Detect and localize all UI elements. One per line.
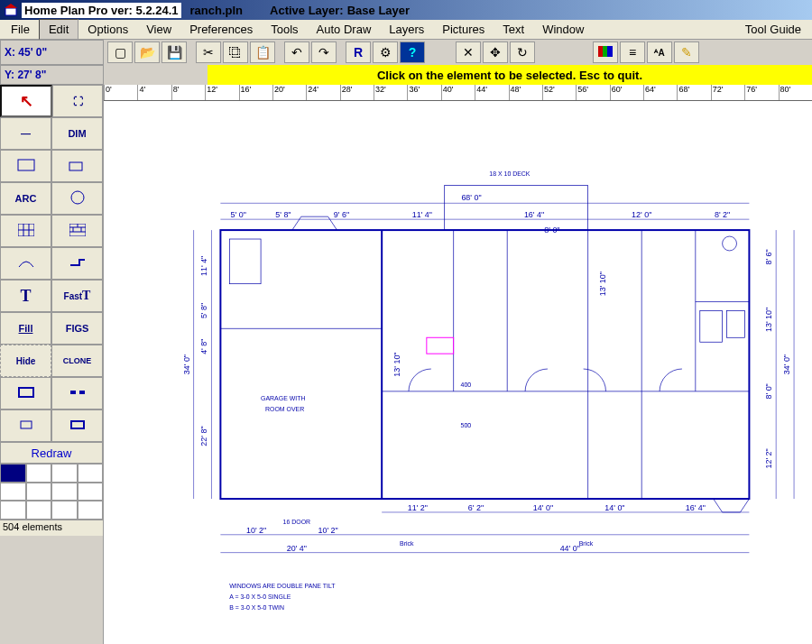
- main-toolbar: ▢ 📂 💾 ✂ ⿻ 📋 ↶ ↷ R ⚙ ? ✕ ✥ ↻ ≡ ᴬA ✎: [104, 40, 812, 65]
- menu-toolguide[interactable]: Tool Guide: [736, 20, 810, 39]
- color-swatch[interactable]: [51, 501, 78, 520]
- cut-button[interactable]: ✂: [196, 41, 221, 63]
- menu-edit[interactable]: Edit: [39, 19, 78, 40]
- tool-button[interactable]: ⚙: [373, 41, 398, 63]
- color-palette: [0, 464, 103, 520]
- svg-text:68' 0": 68' 0": [461, 193, 481, 202]
- help-button[interactable]: ?: [400, 41, 425, 63]
- color-swatch[interactable]: [78, 464, 104, 483]
- color-swatch[interactable]: [51, 483, 78, 501]
- menu-text[interactable]: Text: [494, 20, 533, 39]
- dim-tool[interactable]: DIM: [51, 117, 103, 150]
- color-swatch[interactable]: [0, 464, 26, 483]
- lineweight-button[interactable]: ≡: [620, 41, 645, 63]
- new-button[interactable]: ▢: [107, 41, 133, 63]
- paste-icon: 📋: [255, 45, 271, 60]
- menu-tools[interactable]: Tools: [262, 20, 307, 39]
- svg-text:6' 2": 6' 2": [468, 503, 484, 512]
- svg-rect-21: [21, 421, 32, 428]
- menu-preferences[interactable]: Preferences: [180, 20, 262, 39]
- svg-rect-39: [700, 310, 723, 342]
- clone-tool[interactable]: CLONE: [51, 345, 103, 377]
- menu-window[interactable]: Window: [533, 20, 593, 39]
- undo-button[interactable]: ↶: [284, 41, 309, 63]
- redo-button[interactable]: ↷: [311, 41, 337, 63]
- app-title: Home Plan Pro ver: 5.2.24.1: [22, 3, 181, 18]
- svg-text:13' 10": 13' 10": [598, 271, 607, 296]
- menu-file[interactable]: File: [2, 20, 39, 39]
- svg-rect-5: [18, 160, 34, 170]
- color-swatch[interactable]: [0, 501, 26, 520]
- menu-view[interactable]: View: [137, 20, 180, 39]
- svg-rect-19: [70, 391, 76, 394]
- color-swatch[interactable]: [51, 464, 78, 483]
- color-swatch[interactable]: [0, 483, 26, 501]
- select-tool[interactable]: ⛶: [52, 85, 103, 117]
- color-swatch[interactable]: [26, 464, 52, 483]
- rotate-button[interactable]: ↻: [510, 41, 535, 63]
- refresh-button[interactable]: R: [346, 41, 371, 63]
- textstyle-button[interactable]: ᴬA: [647, 41, 672, 63]
- ruler-tick: 12': [205, 85, 238, 100]
- save-button[interactable]: 💾: [161, 41, 187, 63]
- wall-tool[interactable]: [51, 247, 103, 280]
- tool-palette: ↖ ⛶ — DIM ARC T FastT Fill FIGS: [0, 85, 104, 644]
- fill-tool[interactable]: Fill: [0, 312, 51, 345]
- svg-text:16' 4": 16' 4": [524, 210, 544, 219]
- text-tool[interactable]: T: [0, 280, 51, 312]
- ruler-tick: 24': [306, 85, 339, 100]
- pattern1-tool[interactable]: [0, 215, 51, 247]
- svg-text:34' 0": 34' 0": [182, 354, 191, 374]
- move-button[interactable]: ✥: [483, 41, 508, 63]
- outline-tool[interactable]: [51, 409, 103, 442]
- wallfull-tool[interactable]: [0, 377, 51, 409]
- menu-layers[interactable]: Layers: [380, 20, 433, 39]
- lineweight-icon: ≡: [629, 45, 636, 60]
- ruler-tick: 48': [509, 85, 542, 100]
- window-icon: [17, 419, 35, 433]
- copy-button[interactable]: ⿻: [223, 41, 248, 63]
- line-tool[interactable]: —: [0, 117, 51, 150]
- highlight-button[interactable]: ✎: [674, 41, 699, 63]
- cut-icon: ✂: [203, 45, 214, 60]
- delete-button[interactable]: ✕: [456, 41, 481, 63]
- svg-text:8' 2": 8' 2": [715, 210, 730, 219]
- menu-pictures[interactable]: Pictures: [433, 20, 494, 39]
- outline-icon: [69, 419, 87, 433]
- color-swatch[interactable]: [78, 501, 104, 520]
- hide-tool[interactable]: Hide: [0, 345, 51, 377]
- undo-icon: ↶: [291, 45, 302, 60]
- svg-text:GARAGE WITH: GARAGE WITH: [261, 395, 305, 401]
- area-tool[interactable]: FIGS: [51, 312, 103, 345]
- color-swatch[interactable]: [26, 483, 52, 501]
- curve-tool[interactable]: [0, 247, 51, 280]
- colors-button[interactable]: [593, 41, 618, 63]
- window-tool[interactable]: [0, 409, 51, 442]
- svg-text:44' 0": 44' 0": [560, 544, 580, 553]
- door-tool[interactable]: [51, 150, 103, 182]
- open-button[interactable]: 📂: [134, 41, 160, 63]
- line-icon: —: [21, 128, 31, 139]
- ruler-tick: 20': [272, 85, 306, 100]
- color-swatch[interactable]: [78, 483, 104, 501]
- svg-text:B = 3-0 X 5-0 TWIN: B = 3-0 X 5-0 TWIN: [229, 604, 284, 611]
- drawing-canvas[interactable]: 0' 4' 8' 12' 16' 20' 24' 28' 32' 36' 40'…: [104, 85, 812, 644]
- ruler-tick: 64': [643, 85, 677, 100]
- circle-tool[interactable]: [51, 182, 103, 215]
- paste-button[interactable]: 📋: [250, 41, 275, 63]
- arc-tool[interactable]: ARC: [0, 182, 51, 215]
- pattern2-tool[interactable]: [51, 215, 103, 247]
- arrow-icon: ↖: [20, 91, 33, 111]
- svg-point-41: [723, 236, 737, 251]
- svg-text:16' 4": 16' 4": [686, 503, 706, 512]
- svg-text:12' 0": 12' 0": [632, 210, 651, 219]
- arrow-tool[interactable]: ↖: [0, 85, 52, 117]
- ruler-tick: 36': [407, 85, 440, 100]
- menu-autodraw[interactable]: Auto Draw: [308, 20, 381, 39]
- fasttext-tool[interactable]: FastT: [51, 280, 103, 312]
- menu-options[interactable]: Options: [78, 20, 137, 39]
- color-swatch[interactable]: [26, 501, 52, 520]
- break-tool[interactable]: [51, 377, 103, 409]
- rect-tool[interactable]: [0, 150, 51, 182]
- redraw-button[interactable]: Redraw: [0, 442, 103, 464]
